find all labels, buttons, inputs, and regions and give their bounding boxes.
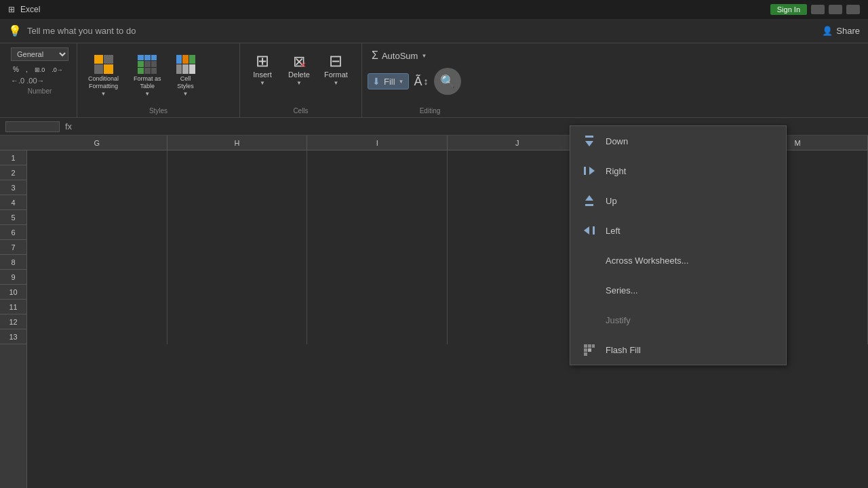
cell-g6[interactable] [27,225,167,240]
percent-button[interactable]: % [11,65,21,74]
cell-h6[interactable] [167,225,308,240]
cell-h2[interactable] [167,165,308,180]
cell-h10[interactable] [167,285,308,300]
cell-i4[interactable] [307,195,448,210]
cell-i13[interactable] [307,329,448,344]
row-header-12[interactable]: 12 [0,314,26,329]
tell-me-input-area[interactable]: 💡 Tell me what you want to do [8,24,136,37]
fill-left-item[interactable]: Left [570,216,786,245]
row-header-10[interactable]: 10 [0,285,26,300]
row-header-9[interactable]: 9 [0,270,26,285]
cell-j13[interactable] [448,329,588,344]
cell-i3[interactable] [307,180,448,195]
cell-i9[interactable] [307,270,448,285]
cell-h13[interactable] [167,329,308,344]
cell-h3[interactable] [167,180,308,195]
cell-i10[interactable] [307,285,448,300]
cell-j3[interactable] [448,180,588,195]
row-header-8[interactable]: 8 [0,255,26,270]
cell-i2[interactable] [307,165,448,180]
minimize-icon[interactable] [811,5,825,14]
fill-up-item[interactable]: Up [570,186,786,216]
cell-h5[interactable] [167,210,308,225]
cell-j4[interactable] [448,195,588,210]
cell-i5[interactable] [307,210,448,225]
col-header-i[interactable]: I [307,136,448,150]
cell-g10[interactable] [27,285,167,300]
insert-button[interactable]: ⊞ Insert ▼ [245,50,279,89]
cell-j8[interactable] [448,255,588,270]
col-header-j[interactable]: J [448,136,588,150]
cell-g9[interactable] [27,270,167,285]
row-header-4[interactable]: 4 [0,195,26,210]
cell-i1[interactable] [307,150,448,165]
cell-g12[interactable] [27,314,167,329]
cell-g4[interactable] [27,195,167,210]
fill-right-item[interactable]: Right [570,156,786,186]
find-button[interactable]: 🔍 [434,68,461,95]
fill-down-item[interactable]: Down [570,126,786,156]
fill-dropdown-menu: Down Right Up Left [570,125,787,365]
cell-j12[interactable] [448,314,588,329]
sort-icon-area[interactable]: Ã ↕ [414,75,429,89]
format-as-table-button[interactable]: Format asTable ▼ [128,52,167,100]
delete-label: Delete [288,70,310,79]
cell-j5[interactable] [448,210,588,225]
close-icon[interactable] [846,5,860,14]
col-header-h[interactable]: H [167,136,308,150]
cell-i8[interactable] [307,255,448,270]
cell-j9[interactable] [448,270,588,285]
cell-g2[interactable] [27,165,167,180]
cell-g11[interactable] [27,300,167,314]
row-header-13[interactable]: 13 [0,329,26,344]
number-format-dropdown[interactable]: General Number Currency Short Date [11,47,68,61]
increase-decimal-button[interactable]: ⊞.0 [33,66,47,74]
row-header-3[interactable]: 3 [0,180,26,195]
cell-g5[interactable] [27,210,167,225]
row-header-2[interactable]: 2 [0,165,26,180]
row-header-11[interactable]: 11 [0,300,26,314]
cell-j11[interactable] [448,300,588,314]
cell-h12[interactable] [167,314,308,329]
fill-across-worksheets-item[interactable]: Across Worksheets... [570,245,786,275]
flash-fill-item[interactable]: Flash Fill [570,335,786,365]
comma-button[interactable]: , [24,65,30,74]
cell-j10[interactable] [448,285,588,300]
row-header-1[interactable]: 1 [0,150,26,165]
row-header-7[interactable]: 7 [0,240,26,255]
cell-g8[interactable] [27,255,167,270]
autosum-button[interactable]: Σ AutoSum ▼ [368,47,431,64]
format-button[interactable]: ⊟ Format ▼ [319,50,353,89]
cell-h7[interactable] [167,240,308,255]
cell-j7[interactable] [448,240,588,255]
cell-g3[interactable] [27,180,167,195]
fill-button[interactable]: ⬇ Fill ▼ [368,73,409,89]
cell-i11[interactable] [307,300,448,314]
cell-h1[interactable] [167,150,308,165]
cell-h11[interactable] [167,300,308,314]
cell-j2[interactable] [448,165,588,180]
delete-button[interactable]: ⊠ ✕ Delete ▼ [282,50,316,89]
row-header-6[interactable]: 6 [0,225,26,240]
cell-h4[interactable] [167,195,308,210]
col-header-g[interactable]: G [27,136,167,150]
cell-i12[interactable] [307,314,448,329]
cell-i7[interactable] [307,240,448,255]
cell-j1[interactable] [448,150,588,165]
cell-h9[interactable] [167,270,308,285]
cell-g1[interactable] [27,150,167,165]
fill-series-item[interactable]: Series... [570,275,786,305]
share-button[interactable]: 👤 Share [822,26,860,36]
cell-styles-button[interactable]: CellStyles ▼ [171,52,201,100]
conditional-formatting-button[interactable]: ConditionalFormatting ▼ [83,52,124,100]
row-header-5[interactable]: 5 [0,210,26,225]
decrease-decimal-button[interactable]: .0→ [50,66,65,74]
cell-i6[interactable] [307,225,448,240]
cell-g7[interactable] [27,240,167,255]
maximize-icon[interactable] [829,5,842,14]
cell-h8[interactable] [167,255,308,270]
cell-j6[interactable] [448,225,588,240]
cell-g13[interactable] [27,329,167,344]
sign-in-button[interactable]: Sign In [770,4,807,15]
name-box[interactable] [5,121,60,132]
